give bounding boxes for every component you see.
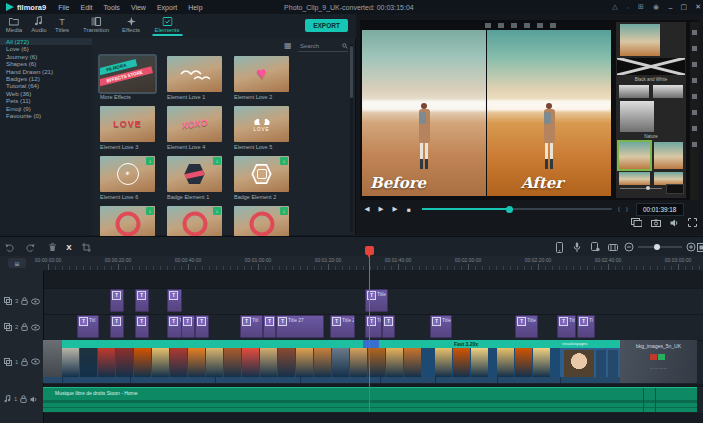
lock-icon[interactable] — [20, 395, 27, 403]
filter-thumb[interactable] — [620, 101, 654, 132]
title-clip-ti[interactable]: TTi — [181, 315, 195, 338]
preview-video[interactable]: Before After Black and White Nature — [360, 20, 699, 200]
title-clip-title[interactable]: TTitle — [557, 315, 576, 338]
fit-timeline-icon[interactable] — [695, 241, 703, 253]
next-frame-button[interactable]: ▶ — [388, 205, 402, 213]
element-card-element-love-1[interactable]: Element Love 1 — [167, 56, 222, 100]
tab-audio[interactable]: Audio — [31, 16, 46, 33]
title-clip-title-27[interactable]: TTitle 27 — [276, 315, 324, 338]
element-card-element-love-4[interactable]: XOXOElement Love 4 — [167, 106, 222, 150]
zoom-slider-knob[interactable] — [654, 244, 660, 250]
title-clip[interactable]: T — [135, 315, 149, 338]
element-card-element-love-5[interactable]: LOVEElement Love 5 — [234, 106, 289, 150]
playhead[interactable] — [365, 246, 374, 255]
title-clip-ti[interactable]: TTi — [577, 315, 595, 338]
mute-icon[interactable] — [30, 396, 38, 403]
download-icon[interactable]: ↓ — [213, 207, 221, 215]
element-card-badge-element-2[interactable]: ↓Badge Element 2 — [234, 156, 289, 200]
visibility-icon[interactable] — [31, 298, 40, 305]
filter-thumb-selected[interactable] — [619, 142, 650, 169]
element-card-more-effects[interactable]: FILMORAEFFECTS STOREMore Effects — [100, 56, 155, 100]
category-badges[interactable]: Badges (12) — [0, 75, 92, 82]
download-icon[interactable]: ↓ — [146, 157, 154, 165]
snapshot-camera-icon[interactable] — [651, 219, 661, 227]
stop-button[interactable]: ■ — [402, 206, 416, 213]
category-web[interactable]: Web (36) — [0, 90, 92, 97]
category-pets[interactable]: Pets (11) — [0, 97, 92, 104]
marker-icon[interactable] — [607, 241, 619, 253]
download-icon[interactable]: ↓ — [280, 157, 288, 165]
category-favourite[interactable]: Favourite (0) — [0, 112, 92, 119]
zoom-out-icon[interactable] — [623, 241, 635, 253]
lock-icon[interactable] — [21, 297, 28, 305]
menu-edit[interactable]: Edit — [80, 4, 92, 11]
library-scrollbar[interactable] — [350, 44, 353, 232]
fullscreen-icon[interactable] — [688, 218, 697, 227]
screen-recorder-icon[interactable]: ⊞ — [638, 3, 644, 11]
element-card-element-love-2[interactable]: ♥Element Love 2 — [234, 56, 289, 100]
filter-thumb[interactable] — [619, 85, 649, 98]
menu-export[interactable]: Export — [157, 4, 177, 11]
menu-file[interactable]: File — [58, 4, 69, 11]
title-clip-ti[interactable]: TTi — [167, 315, 182, 338]
mark-in-out-icons[interactable]: ( ) — [618, 206, 630, 212]
tab-effects[interactable]: Effects — [122, 16, 140, 33]
timeline-ruler[interactable]: ⊞ 00:00:00:0000:00:20:0000:00:40:0000:01… — [0, 256, 703, 270]
upload-icon[interactable]: ▫ — [627, 4, 629, 11]
search-icon[interactable] — [342, 42, 348, 50]
search-input[interactable] — [298, 42, 342, 50]
category-emoji[interactable]: Emoji (9) — [0, 105, 92, 112]
element-card-badge-element-1[interactable]: ↓Badge Element 1 — [167, 156, 222, 200]
crop-icon[interactable] — [80, 241, 92, 253]
delete-icon[interactable] — [46, 241, 58, 253]
close-button[interactable]: ✕ — [695, 3, 701, 11]
maximize-button[interactable]: ▢ — [681, 3, 688, 11]
mixer-icon[interactable] — [589, 241, 601, 253]
download-icon[interactable]: ↓ — [213, 157, 221, 165]
phone-export-icon[interactable] — [553, 241, 565, 253]
category-shapes[interactable]: Shapes (6) — [0, 60, 92, 67]
title-clip[interactable]: T — [135, 289, 149, 312]
title-clip-titl[interactable]: TTitl — [240, 315, 263, 338]
download-icon[interactable]: ↓ — [280, 207, 288, 215]
account-icon[interactable]: ◉ — [653, 3, 659, 11]
title-clip-title-27[interactable]: TTitle 27 — [515, 315, 538, 338]
lock-icon[interactable] — [21, 358, 28, 366]
tab-transition[interactable]: Transition — [83, 16, 109, 33]
filter-thumb[interactable] — [653, 85, 683, 98]
export-button[interactable]: EXPORT — [305, 19, 348, 32]
category-hand[interactable]: Hand Drawn (21) — [0, 68, 92, 75]
menu-tools[interactable]: Tools — [104, 4, 120, 11]
category-tutorial[interactable]: Tutorial (64) — [0, 82, 92, 89]
undo-icon[interactable] — [4, 241, 16, 253]
menu-view[interactable]: View — [131, 4, 146, 11]
tab-media[interactable]: Media — [6, 16, 22, 33]
minimize-button[interactable]: – — [669, 4, 673, 11]
video-clip-bkg[interactable]: bkg_images_5n_UK — — — — — [620, 340, 697, 383]
category-journey[interactable]: Journey (6) — [0, 53, 92, 60]
scrollbar-thumb[interactable] — [350, 46, 353, 98]
split-icon[interactable]: X — [63, 241, 75, 253]
previous-frame-button[interactable]: ◀ — [360, 205, 374, 213]
element-card-element-love-6[interactable]: ✶↓Element Love 6 — [100, 156, 155, 200]
manage-tracks-button[interactable]: ⊞ — [8, 258, 26, 268]
seek-slider[interactable] — [422, 208, 612, 210]
record-voiceover-icon[interactable] — [571, 241, 583, 253]
title-clip[interactable]: T — [167, 289, 182, 312]
volume-icon[interactable] — [670, 219, 679, 227]
visibility-icon[interactable] — [31, 324, 40, 331]
title-clip[interactable]: T — [110, 289, 124, 312]
title-clip-ti[interactable]: TTi — [195, 315, 209, 338]
title-clip-title[interactable]: TTitle — [430, 315, 452, 338]
category-love[interactable]: Love (6) — [0, 45, 92, 52]
notification-icon[interactable]: △ — [612, 3, 617, 11]
element-card-element-love-3[interactable]: LOVEElement Love 3 — [100, 106, 155, 150]
title-clip[interactable]: T — [382, 315, 395, 338]
audio-clip[interactable]: Musique libre de droits Stoon - Home — [43, 387, 697, 412]
category-all[interactable]: All (272) — [0, 38, 92, 45]
visibility-icon[interactable] — [31, 358, 40, 365]
tab-titles[interactable]: TTitles — [55, 16, 69, 33]
seek-knob[interactable] — [506, 206, 513, 213]
filter-thumb[interactable] — [654, 142, 683, 169]
lock-icon[interactable] — [21, 323, 28, 331]
